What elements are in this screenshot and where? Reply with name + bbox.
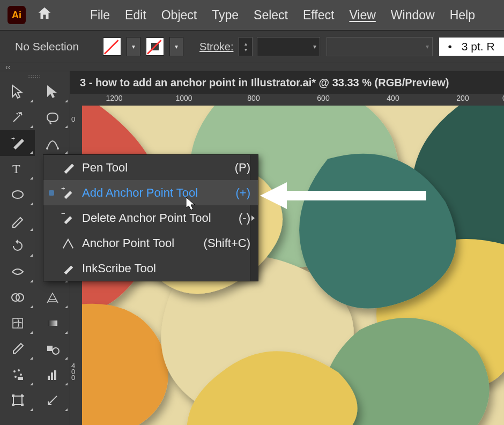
flyout-item-shortcut: (-)	[239, 211, 250, 225]
shape-builder-tool[interactable]	[0, 285, 35, 310]
ruler-mark: 0	[71, 116, 75, 122]
symbol-sprayer-tool[interactable]	[0, 362, 35, 387]
flyout-item-label: InkScribe Tool	[82, 262, 244, 275]
pen-tool-flyout-menu: Pen Tool(P)+Add Anchor Point Tool(+)−Del…	[43, 154, 258, 281]
mouse-cursor-icon	[186, 197, 197, 211]
direct-selection-tool[interactable]	[35, 79, 70, 105]
control-bar: No Selection ▾ ▾ Stroke: ▴ ▾ ▾ ▾ • 3 pt.…	[0, 30, 504, 63]
svg-marker-34	[260, 182, 426, 209]
svg-point-2	[46, 147, 48, 150]
lasso-tool[interactable]	[35, 105, 70, 130]
svg-rect-29	[54, 370, 56, 380]
menu-help[interactable]: Help	[450, 8, 475, 23]
column-graph-tool[interactable]	[35, 362, 70, 387]
active-indicator-icon	[49, 190, 54, 196]
svg-point-22	[13, 370, 16, 372]
fill-dropdown[interactable]: ▾	[127, 37, 140, 56]
flyout-item-inkscribe-tool[interactable]: InkScribe Tool	[43, 256, 258, 281]
ruler-mark: 600	[317, 94, 329, 102]
svg-rect-19	[48, 320, 57, 326]
curvature-tool[interactable]	[35, 130, 70, 156]
menu-window[interactable]: Window	[391, 8, 435, 23]
horizontal-ruler[interactable]: 120010008006004002000	[82, 94, 504, 106]
panel-collapse-handle[interactable]: ‹‹	[0, 63, 504, 71]
svg-text:−: −	[61, 211, 65, 218]
flyout-item-delete-anchor-point-tool[interactable]: −Delete Anchor Point Tool(-)	[43, 205, 258, 230]
flyout-item-label: Add Anchor Point Tool	[82, 186, 229, 200]
stroke-dropdown[interactable]: ▾	[169, 37, 183, 56]
pen-tool[interactable]: +	[0, 130, 35, 156]
slice-tool[interactable]	[35, 387, 70, 413]
svg-rect-27	[48, 376, 50, 380]
artboard-tool[interactable]	[0, 387, 35, 413]
document-tab[interactable]: 3 - how to add an anchor point in Illust…	[70, 71, 504, 94]
menu-edit[interactable]: Edit	[125, 8, 146, 23]
submenu-indicator-icon	[251, 215, 255, 221]
ruler-mark: 1200	[106, 94, 122, 102]
brush-preset-display[interactable]: • 3 pt. R	[439, 38, 504, 56]
flyout-item-shortcut: (Shift+C)	[204, 236, 250, 250]
flyout-item-anchor-point-tool[interactable]: Anchor Point Tool(Shift+C)	[43, 230, 258, 256]
menu-view[interactable]: View	[349, 8, 375, 23]
home-icon[interactable]	[36, 5, 53, 25]
ellipse-tool[interactable]	[0, 182, 35, 207]
perspective-grid-tool[interactable]	[35, 285, 70, 310]
svg-marker-8	[16, 240, 18, 244]
menu-object[interactable]: Object	[161, 8, 197, 23]
width-tool[interactable]	[0, 259, 35, 285]
flyout-item-shortcut: (+)	[236, 186, 251, 200]
svg-point-24	[20, 374, 22, 376]
annotation-arrow	[260, 182, 432, 209]
stroke-label[interactable]: Stroke:	[199, 41, 233, 53]
ruler-mark: 200	[456, 94, 469, 102]
ruler-mark: 4 0 0	[71, 363, 75, 381]
bullet-icon: •	[448, 40, 451, 53]
type-tool[interactable]: T	[0, 156, 35, 182]
magic-wand-tool[interactable]	[0, 105, 35, 130]
pencil-tool[interactable]	[0, 207, 35, 233]
variable-width-profile-dropdown[interactable]: ▾	[257, 37, 320, 56]
menu-select[interactable]: Select	[254, 8, 288, 23]
svg-point-3	[57, 147, 59, 150]
selection-status: No Selection	[15, 40, 79, 53]
flyout-item-label: Anchor Point Tool	[82, 236, 197, 250]
app-logo: Ai	[8, 6, 26, 24]
tool-icon: +	[61, 186, 76, 200]
chevron-up-icon: ▴	[244, 41, 247, 47]
svg-text:+: +	[61, 186, 65, 192]
svg-text:T: T	[12, 162, 20, 176]
selection-tool[interactable]	[0, 79, 35, 105]
svg-marker-35	[186, 197, 195, 210]
brush-preset-label: 3 pt. R	[462, 40, 495, 53]
brush-definition-dropdown[interactable]: ▾	[327, 37, 433, 56]
ruler-mark: 400	[387, 94, 399, 102]
stroke-weight-stepper[interactable]: ▴ ▾	[239, 37, 253, 56]
svg-rect-18	[13, 318, 23, 328]
rotate-tool[interactable]	[0, 233, 35, 259]
panel-grip-icon[interactable]: ∷∷∷	[0, 73, 70, 79]
main-menu: File Edit Object Type Select Effect View…	[90, 8, 475, 23]
gradient-tool[interactable]	[35, 310, 70, 336]
mesh-tool[interactable]	[0, 310, 35, 336]
menu-effect[interactable]: Effect	[303, 8, 334, 23]
tool-icon	[61, 236, 76, 250]
flyout-item-label: Delete Anchor Point Tool	[82, 211, 232, 225]
tool-icon	[61, 161, 76, 175]
svg-point-6	[12, 191, 23, 198]
tool-icon	[61, 262, 76, 275]
svg-point-0	[20, 112, 22, 114]
svg-rect-28	[51, 372, 53, 380]
svg-rect-26	[18, 377, 23, 380]
flyout-item-pen-tool[interactable]: Pen Tool(P)	[43, 155, 258, 180]
menu-file[interactable]: File	[90, 8, 110, 23]
svg-text:+: +	[11, 136, 15, 143]
stroke-swatch[interactable]	[146, 38, 164, 56]
flyout-item-add-anchor-point-tool[interactable]: +Add Anchor Point Tool(+)	[43, 180, 258, 205]
ruler-mark: 800	[247, 94, 260, 102]
flyout-item-label: Pen Tool	[82, 161, 228, 175]
menu-type[interactable]: Type	[212, 8, 239, 23]
menu-bar: Ai File Edit Object Type Select Effect V…	[0, 0, 504, 30]
blend-tool[interactable]	[35, 336, 70, 362]
fill-swatch[interactable]	[103, 38, 121, 56]
eyedropper-tool[interactable]	[0, 336, 35, 362]
